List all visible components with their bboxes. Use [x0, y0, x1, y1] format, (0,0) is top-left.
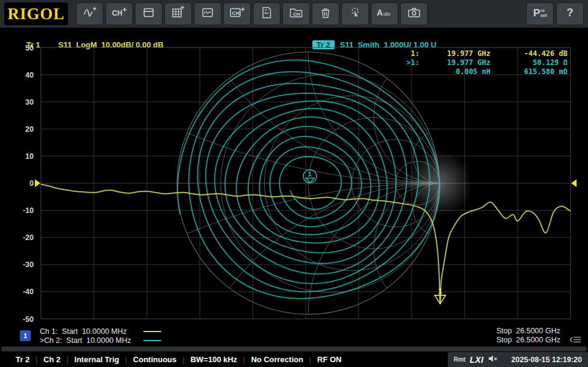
- marker-row: >1: 19.977 GHz 50.129 Ω: [400, 58, 568, 67]
- marker-label: 1:: [400, 49, 419, 58]
- window-layout-button[interactable]: [135, 2, 162, 25]
- trace-window-icon: [201, 6, 214, 22]
- datetime: 2025-08-15 12:19:20: [512, 356, 582, 364]
- table-add-button[interactable]: [164, 2, 192, 25]
- svg-text:CH: CH: [112, 9, 122, 17]
- rigol-logo-text: RIGOL: [7, 5, 64, 23]
- svg-text:-40: -40: [23, 288, 34, 296]
- channel-stop-rows: Stop 26.5000 GHz Stop 26.5000 GHz: [497, 327, 560, 345]
- recall-channel-button[interactable]: CH: [282, 2, 310, 25]
- smith-graticule: [0, 45, 588, 325]
- channel1-stop: Stop 26.5000 GHz: [497, 327, 560, 336]
- marker-value: -44.426 dB: [491, 49, 568, 58]
- camera-icon: [407, 6, 421, 22]
- svg-text:1: 1: [438, 287, 442, 295]
- marker-value: 50.129 Ω: [491, 58, 568, 67]
- status-item-rf-on[interactable]: RF ON: [311, 355, 347, 364]
- svg-text:-50: -50: [23, 315, 34, 324]
- status-item-bw-100-khz[interactable]: BW=100 kHz: [184, 355, 243, 364]
- svg-text:40: 40: [25, 71, 34, 79]
- add-channel-button[interactable]: CH: [105, 2, 133, 25]
- trace-window-button[interactable]: [194, 2, 221, 25]
- ch-window-icon: CH: [229, 6, 246, 22]
- preset-button[interactable]: Preset: [526, 2, 554, 25]
- toolbar: RIGOL CHCHCHAuto Preset?: [0, 0, 588, 28]
- ch-add-icon: CH: [111, 6, 128, 22]
- delete-button[interactable]: [312, 2, 339, 25]
- svg-text:1: 1: [308, 170, 312, 177]
- toolbar-right-buttons: Preset?: [526, 2, 584, 25]
- channel-start-rows: Ch 1: Start 10.0000 MHz >Ch 2: Start 10.…: [40, 327, 161, 345]
- marker-freq: 19.977 GHz: [419, 49, 491, 58]
- svg-text:-30: -30: [23, 261, 34, 269]
- svg-text:-10: -10: [23, 206, 34, 215]
- status-item-continuous[interactable]: Continuous: [127, 355, 182, 364]
- status-item-internal-trig[interactable]: Internal Trig: [69, 355, 125, 364]
- channel1-trace-swatch: [143, 331, 161, 332]
- svg-text:50: 50: [25, 45, 34, 52]
- auto-scale-button[interactable]: Auto: [371, 2, 398, 25]
- svg-text:CH: CH: [232, 10, 239, 16]
- svg-text:-20: -20: [23, 233, 34, 242]
- lxi-indicator: LXI: [469, 355, 483, 365]
- status-item-ch-2[interactable]: Ch 2: [37, 355, 66, 364]
- menu-collapse-icon[interactable]: [570, 336, 582, 345]
- touch-icon: [348, 6, 362, 22]
- marker-value: 615.580 mΩ: [491, 67, 568, 76]
- add-trace-button[interactable]: [76, 2, 104, 25]
- channel1-start: Ch 1: Start 10.0000 MHz: [40, 327, 143, 336]
- touch-button[interactable]: [341, 2, 369, 25]
- table-add-icon: [171, 6, 185, 22]
- svg-text:set: set: [540, 13, 547, 18]
- marker-label: >1:: [400, 58, 419, 67]
- window-icon: [142, 6, 155, 22]
- channel-info: 1 Ch 1: Start 10.0000 MHz >Ch 2: Start 1…: [0, 325, 588, 347]
- rigol-logo: RIGOL: [4, 2, 68, 25]
- bottom-bezel-strip: [1, 347, 587, 351]
- marker-row: 1: 19.977 GHz -44.426 dB: [400, 49, 568, 58]
- trash-icon: [319, 6, 332, 22]
- marker-label: [400, 67, 419, 76]
- mute-icon: [488, 354, 498, 365]
- svg-text:10: 10: [25, 152, 34, 161]
- doc-trace-icon: [260, 6, 273, 22]
- plot-area[interactable]: 11 50403020100-10-20-30-40-50: [0, 45, 588, 325]
- remote-indicator: Rmt: [454, 356, 465, 363]
- folder-ch-icon: CH: [289, 6, 303, 22]
- channel2-row[interactable]: >Ch 2: Start 10.0000 MHz: [40, 336, 161, 345]
- toolbar-buttons: CHCHCHAuto: [76, 2, 428, 25]
- channel1-row[interactable]: Ch 1: Start 10.0000 MHz: [40, 327, 161, 336]
- help-button[interactable]: ?: [556, 2, 584, 25]
- preset-icon: Preset: [531, 5, 548, 22]
- svg-text:?: ?: [567, 7, 574, 19]
- marker-row: 0.005 nH 615.580 mΩ: [400, 67, 568, 76]
- help-icon: ?: [564, 5, 576, 22]
- status-items: Tr 2|Ch 2|Internal Trig|Continuous|BW=10…: [0, 355, 347, 364]
- channel-number-badge[interactable]: 1: [20, 330, 31, 341]
- trace-header: Tr 1S11 LogM 10.00dB/ 0.00 dB Tr 2S11 Sm…: [0, 28, 588, 45]
- status-right: Rmt LXI 2025-08-15 12:19:20: [448, 352, 588, 367]
- svg-text:0: 0: [29, 179, 34, 188]
- screenshot-button[interactable]: [400, 2, 428, 25]
- svg-text:uto: uto: [383, 11, 391, 17]
- channel-window-button[interactable]: CH: [223, 2, 251, 25]
- status-bar: Tr 2|Ch 2|Internal Trig|Continuous|BW=10…: [0, 352, 588, 367]
- y-axis-labels: 50403020100-10-20-30-40-50: [23, 45, 34, 324]
- status-item-tr-2[interactable]: Tr 2: [10, 355, 36, 364]
- channel2-trace-swatch: [143, 340, 161, 341]
- marker-freq: 0.005 nH: [419, 67, 491, 76]
- svg-text:CH: CH: [293, 11, 300, 17]
- auto-icon: Auto: [376, 6, 394, 22]
- trace-add-icon: [82, 6, 97, 22]
- trace2-smith-curve: [178, 60, 439, 298]
- marker-readout: 1: 19.977 GHz -44.426 dB >1: 19.977 GHz …: [400, 49, 568, 76]
- marker-freq: 19.977 GHz: [419, 58, 491, 67]
- vna-screen: RIGOL CHCHCHAuto Preset? Tr 1S11 LogM 10…: [0, 0, 588, 367]
- svg-text:20: 20: [25, 125, 34, 134]
- channel2-stop: Stop 26.5000 GHz: [497, 336, 560, 345]
- svg-text:30: 30: [25, 98, 34, 106]
- save-trace-button[interactable]: [253, 2, 280, 25]
- status-item-no-correction[interactable]: No Correction: [245, 355, 309, 364]
- svg-text:P: P: [533, 7, 540, 19]
- svg-text:A: A: [377, 8, 383, 17]
